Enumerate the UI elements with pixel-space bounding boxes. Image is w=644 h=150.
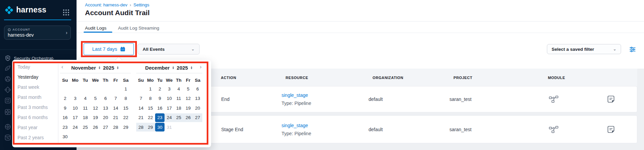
- calendar-day[interactable]: 24: [165, 113, 174, 122]
- settings-module-icon[interactable]: [4, 123, 11, 130]
- calendar-day[interactable]: 28: [111, 123, 121, 132]
- datepicker-quick-option[interactable]: Past month: [18, 92, 57, 102]
- calendar-day[interactable]: 25: [174, 113, 183, 122]
- calendar-day[interactable]: 21: [136, 113, 146, 122]
- calendar-day[interactable]: 5: [183, 84, 193, 93]
- calendar-day[interactable]: 22: [121, 113, 131, 122]
- calendar-day[interactable]: 17: [70, 113, 80, 122]
- calendar-day[interactable]: 23: [155, 113, 165, 122]
- calendar-day[interactable]: 7: [111, 94, 121, 103]
- calendar-day[interactable]: 12: [90, 104, 100, 112]
- pipelines-module-icon[interactable]: [4, 65, 11, 72]
- event-type-dropdown[interactable]: All Events ⌄: [138, 44, 200, 54]
- calendar-day[interactable]: 16: [60, 113, 70, 122]
- resource-link[interactable]: single_stage: [282, 92, 311, 98]
- calendar-day[interactable]: 28: [136, 123, 146, 132]
- date-range-button[interactable]: Last 7 days: [84, 43, 134, 55]
- calendar-day[interactable]: 15: [121, 104, 131, 112]
- calendar-day[interactable]: 1: [121, 84, 131, 93]
- chaos-module-icon[interactable]: [4, 75, 11, 83]
- datepicker-quick-option[interactable]: Past 2 years: [18, 133, 57, 143]
- calendar-day[interactable]: 11: [80, 104, 90, 112]
- calendar-month-label[interactable]: November: [71, 65, 96, 71]
- calendar-day[interactable]: 17: [165, 104, 174, 112]
- calendar-day[interactable]: 26: [90, 123, 100, 132]
- stepper-icon[interactable]: ▲▼: [117, 66, 119, 69]
- calendar-day[interactable]: 25: [80, 123, 90, 132]
- stepper-icon[interactable]: ▲▼: [98, 66, 101, 69]
- calendar-day[interactable]: 30: [60, 133, 70, 141]
- calendar-day[interactable]: 8: [146, 94, 155, 103]
- filter-sliders-icon[interactable]: [629, 46, 636, 53]
- resource-link[interactable]: single_stage: [282, 123, 311, 128]
- tab-audit-logs[interactable]: Audit Logs: [85, 26, 107, 31]
- calendar-day[interactable]: 27: [100, 123, 111, 132]
- calendar-day[interactable]: 27: [193, 113, 202, 122]
- calendar-day[interactable]: 7: [136, 94, 146, 103]
- calendar-day[interactable]: 24: [70, 123, 80, 132]
- calendar-day[interactable]: 29: [146, 123, 155, 132]
- calendar-day[interactable]: 16: [155, 104, 165, 112]
- calendar-day[interactable]: 13: [193, 94, 202, 103]
- calendar-day[interactable]: 14: [111, 104, 121, 112]
- orchestration-module-icon[interactable]: [4, 108, 11, 116]
- calendar-day[interactable]: 21: [111, 113, 121, 122]
- calendar-day[interactable]: 31: [165, 123, 174, 132]
- calendar-day[interactable]: 8: [121, 94, 131, 103]
- datepicker-quick-option[interactable]: Past 6 months: [18, 112, 57, 122]
- calendar-day[interactable]: 22: [146, 113, 155, 122]
- calendar-day[interactable]: 15: [146, 104, 155, 112]
- calendar-month-label[interactable]: December: [145, 65, 170, 71]
- datepicker-quick-option[interactable]: Past week: [18, 82, 57, 92]
- calendar-day[interactable]: 10: [70, 104, 80, 112]
- calendar-day[interactable]: 19: [90, 113, 100, 122]
- calendar-day[interactable]: 5: [90, 94, 100, 103]
- notes-icon[interactable]: [607, 95, 615, 104]
- notes-icon[interactable]: [607, 125, 615, 134]
- calendar-day[interactable]: 12: [183, 94, 193, 103]
- calendar-day[interactable]: 13: [100, 104, 111, 112]
- calendar-day[interactable]: 20: [100, 113, 111, 122]
- calendar-year-label[interactable]: 2025: [177, 65, 188, 71]
- stepper-icon[interactable]: ▲▼: [172, 66, 174, 69]
- calendar-day[interactable]: 3: [70, 94, 80, 103]
- calendar-day[interactable]: 19: [183, 104, 193, 112]
- calendar-day[interactable]: 9: [155, 94, 165, 103]
- calendar-day[interactable]: 10: [165, 94, 174, 103]
- calendar-day[interactable]: 4: [80, 94, 90, 103]
- calendar-day[interactable]: 20: [193, 104, 202, 112]
- calendar-day[interactable]: 18: [80, 113, 90, 122]
- calendar-day[interactable]: 9: [60, 104, 70, 112]
- calendar-day[interactable]: 23: [60, 123, 70, 132]
- datepicker-quick-option[interactable]: Past year: [18, 122, 57, 133]
- database-module-icon[interactable]: [4, 134, 11, 141]
- calendar-day[interactable]: 29: [121, 123, 131, 132]
- calendar-day[interactable]: 2: [155, 84, 165, 93]
- datepicker-quick-option[interactable]: Yesterday: [18, 72, 57, 82]
- calendar-next-icon[interactable]: ›: [200, 64, 202, 70]
- account-selector[interactable]: ACCOUNT harness-dev ›: [4, 26, 71, 40]
- datepicker-quick-option[interactable]: Past 3 months: [18, 102, 57, 112]
- datepicker-quick-option[interactable]: Today: [18, 62, 57, 72]
- calendar-year-label[interactable]: 2025: [103, 65, 114, 71]
- calendar-day[interactable]: 26: [183, 113, 193, 122]
- calendar-day[interactable]: 3: [165, 84, 174, 93]
- calendar-day[interactable]: 14: [136, 104, 146, 112]
- breadcrumb-account-link[interactable]: Account: harness-dev: [85, 2, 127, 7]
- calendar-day[interactable]: 11: [174, 94, 183, 103]
- calendar-day[interactable]: 1: [146, 84, 155, 93]
- code-module-icon[interactable]: [4, 86, 11, 93]
- stepper-icon[interactable]: ▲▼: [190, 66, 193, 69]
- apps-grid-icon[interactable]: [63, 9, 69, 15]
- calendar-day[interactable]: 4: [174, 84, 183, 93]
- calendar-day[interactable]: 2: [60, 94, 70, 103]
- calendar-day[interactable]: 30: [155, 123, 165, 132]
- breadcrumb-settings-link[interactable]: Settings: [134, 2, 149, 7]
- calendar-day[interactable]: 18: [174, 104, 183, 112]
- calendar-day[interactable]: 6: [100, 94, 111, 103]
- saved-filter-dropdown[interactable]: Select a saved filter ⌄: [547, 44, 621, 54]
- tab-audit-log-streaming[interactable]: Audit Log Streaming: [118, 26, 159, 31]
- calendar-day[interactable]: 6: [193, 84, 202, 93]
- calendar-prev-icon[interactable]: ‹: [61, 64, 63, 70]
- registry-module-icon[interactable]: [4, 97, 11, 104]
